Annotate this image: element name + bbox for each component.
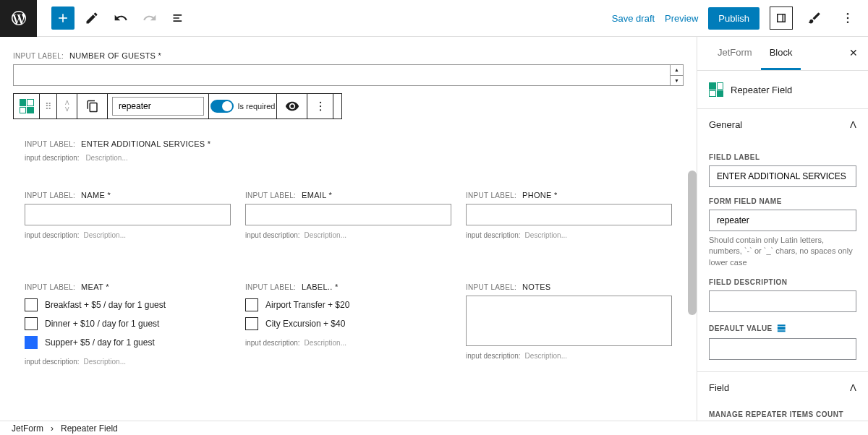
transfer-options: Airport Transfer + $20 City Excursion + …: [245, 296, 451, 333]
checkbox[interactable]: [245, 317, 258, 330]
drag-handle[interactable]: ⠿: [40, 94, 57, 119]
sidebar-icon: [775, 12, 788, 25]
settings-sidebar: JetForm Block ✕ Repeater Field General ᐱ…: [697, 37, 868, 421]
dots-vertical-icon: [841, 11, 855, 25]
list-item[interactable]: Breakfast + $5 / day for 1 guest: [25, 296, 231, 314]
checkbox[interactable]: [25, 298, 38, 311]
checkbox[interactable]: [25, 317, 38, 330]
field-description-title: FIELD DESCRIPTION: [709, 278, 856, 286]
input-label-prefix: INPUT LABEL:: [245, 191, 296, 199]
chevron-up-icon: ᐱ: [850, 119, 856, 130]
form-field-name-input[interactable]: [709, 210, 856, 231]
desc-placeholder[interactable]: Description...: [525, 352, 567, 360]
section-title: Field: [709, 382, 729, 393]
desc-placeholder[interactable]: Description...: [84, 358, 126, 366]
publish-button[interactable]: Publish: [708, 7, 760, 30]
list-view-button[interactable]: [167, 7, 190, 30]
required-toggle[interactable]: [210, 100, 234, 113]
transfer-label: LABEL.. *: [302, 283, 338, 291]
repeater-label: ENTER ADDITIONAL SERVICES *: [81, 139, 210, 148]
list-item[interactable]: Airport Transfer + $20: [245, 296, 451, 314]
visibility-button[interactable]: [277, 94, 307, 119]
desc-placeholder[interactable]: Description...: [525, 231, 567, 239]
breadcrumb: JetForm › Repeater Field: [0, 421, 868, 435]
close-sidebar-button[interactable]: ✕: [849, 47, 858, 59]
copy-icon: [86, 100, 99, 113]
meat-label: MEAT *: [81, 283, 109, 291]
option-label: Supper+ $5 / day for 1 guest: [45, 337, 155, 348]
desc-placeholder[interactable]: Description...: [305, 339, 346, 347]
phone-label: PHONE *: [522, 191, 558, 199]
phone-input[interactable]: [466, 204, 672, 225]
breadcrumb-root[interactable]: JetForm: [12, 423, 43, 434]
field-name-input[interactable]: [112, 97, 204, 116]
jetform-icon-button[interactable]: [803, 7, 826, 30]
input-label-prefix: INPUT LABEL:: [25, 191, 75, 199]
move-arrows[interactable]: ᐱᐯ: [57, 94, 77, 119]
block-type-icon[interactable]: [14, 94, 40, 119]
field-label-input[interactable]: [709, 165, 856, 187]
name-input[interactable]: [25, 204, 231, 225]
checkbox[interactable]: [245, 298, 258, 311]
guests-field: INPUT LABEL: NUMBER OF GUESTS * ▲▼: [13, 51, 684, 86]
desc-prefix: input description:: [25, 358, 80, 366]
tab-jetform[interactable]: JetForm: [709, 37, 761, 70]
section-field-panel: MANAGE REPEATER ITEMS COUNT Dynamically …: [697, 403, 868, 421]
email-input[interactable]: [245, 204, 451, 225]
list-item[interactable]: Dinner + $10 / day for 1 guest: [25, 314, 231, 333]
input-label-prefix: INPUT LABEL:: [466, 191, 516, 199]
section-general-header[interactable]: General ᐱ: [697, 108, 868, 140]
repeater-icon: [20, 99, 34, 113]
desc-placeholder[interactable]: Description...: [84, 231, 126, 239]
number-spinner[interactable]: ▲▼: [670, 65, 683, 85]
list-icon: [171, 11, 186, 25]
svg-point-3: [319, 102, 320, 103]
desc-placeholder[interactable]: Description...: [305, 231, 346, 239]
default-value-input[interactable]: [709, 338, 856, 360]
tab-block[interactable]: Block: [761, 37, 801, 70]
checkbox-checked[interactable]: [25, 336, 38, 349]
field-description-field: FIELD DESCRIPTION: [709, 278, 856, 312]
undo-icon: [114, 11, 128, 25]
field-name-cell: [108, 94, 209, 119]
add-block-button[interactable]: [51, 7, 75, 30]
redo-icon: [142, 11, 157, 25]
preview-link[interactable]: Preview: [665, 13, 698, 24]
svg-point-5: [319, 109, 320, 111]
svg-point-0: [847, 13, 849, 15]
guests-label: NUMBER OF GUESTS *: [69, 51, 161, 60]
breadcrumb-current[interactable]: Repeater Field: [61, 423, 118, 434]
topbar-left: [0, 0, 190, 36]
list-item[interactable]: Supper+ $5 / day for 1 guest: [25, 333, 231, 352]
option-label: Airport Transfer + $20: [265, 300, 349, 310]
more-options-button[interactable]: [836, 7, 859, 30]
repeater-block[interactable]: INPUT LABEL: ENTER ADDITIONAL SERVICES *…: [13, 125, 684, 395]
phone-field: INPUT LABEL:PHONE * input description:De…: [466, 191, 672, 239]
brush-icon: [807, 11, 822, 25]
notes-textarea[interactable]: [466, 296, 672, 346]
wordpress-logo[interactable]: [0, 0, 37, 37]
scrollbar[interactable]: [688, 171, 697, 315]
section-field-header[interactable]: Field ᐱ: [697, 371, 868, 403]
plus-icon: [56, 11, 70, 25]
chevron-up-icon: ᐱ: [850, 382, 856, 393]
undo-button[interactable]: [109, 7, 132, 30]
save-draft-link[interactable]: Save draft: [612, 13, 655, 24]
input-label-prefix: INPUT LABEL:: [25, 140, 75, 148]
field-description-input[interactable]: [709, 290, 856, 312]
redo-button[interactable]: [138, 7, 161, 30]
topbar-right: Save draft Preview Publish: [612, 7, 868, 30]
manage-count-field: MANAGE REPEATER ITEMS COUNT Dynamically …: [709, 410, 856, 421]
desc-placeholder[interactable]: Description...: [85, 154, 127, 162]
editor-canvas[interactable]: INPUT LABEL: NUMBER OF GUESTS * ▲▼ ⠿ ᐱᐯ …: [0, 37, 697, 421]
guests-input[interactable]: ▲▼: [13, 64, 684, 86]
list-item[interactable]: City Excursion + $40: [245, 314, 451, 333]
database-icon[interactable]: 𝌆: [777, 322, 787, 334]
editor-topbar: Save draft Preview Publish: [0, 0, 868, 37]
block-title-row: Repeater Field: [697, 71, 868, 108]
settings-sidebar-toggle[interactable]: [770, 7, 793, 30]
block-more-button[interactable]: [307, 94, 333, 119]
duplicate-button[interactable]: [77, 94, 108, 119]
breadcrumb-sep: ›: [51, 423, 54, 434]
edit-mode-button[interactable]: [80, 7, 103, 30]
